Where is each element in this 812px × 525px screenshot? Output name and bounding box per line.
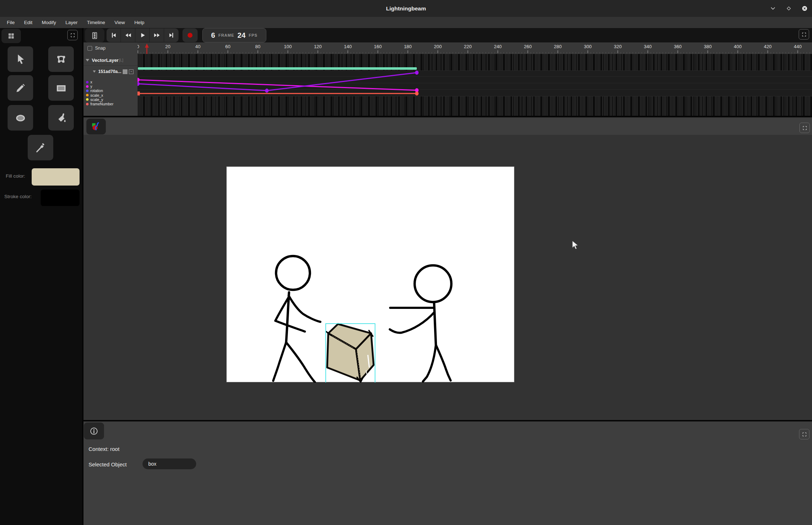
timeline-expand-button[interactable] bbox=[799, 29, 809, 40]
rewind-button[interactable] bbox=[121, 28, 135, 42]
minimize-button[interactable] bbox=[768, 4, 777, 13]
property-color-dot bbox=[86, 90, 89, 92]
property-label: y bbox=[90, 84, 92, 88]
frame-fps-display[interactable]: 6 FRAME 24 FPS bbox=[202, 28, 266, 42]
property-row-scale_y[interactable]: scale_y bbox=[84, 97, 137, 102]
menu-file[interactable]: File bbox=[2, 17, 19, 28]
mouse-cursor-icon bbox=[571, 240, 580, 250]
svg-text:160: 160 bbox=[374, 44, 382, 49]
inspector-panel: Context: root Selected Object bbox=[84, 421, 812, 525]
tools-tab-button[interactable] bbox=[1, 29, 21, 43]
object-curve-toggle-button[interactable]: ~ bbox=[129, 69, 134, 74]
property-color-dot bbox=[86, 98, 89, 101]
keyframe-x bbox=[265, 88, 269, 93]
tool-select-button[interactable] bbox=[8, 46, 33, 72]
tool-pencil-button[interactable] bbox=[8, 75, 33, 101]
tools-expand-button[interactable] bbox=[67, 30, 78, 40]
tool-panel: Fill color: Stroke color: bbox=[0, 28, 82, 525]
canvas-tab-button[interactable] bbox=[86, 119, 106, 134]
keyframe-curves[interactable] bbox=[137, 54, 812, 116]
property-label: rotation bbox=[90, 88, 103, 93]
app-window: Lightningbeam FileEditModifyLayerTimelin… bbox=[0, 0, 812, 525]
snap-checkbox[interactable] bbox=[87, 46, 92, 51]
canvas-panel bbox=[84, 117, 812, 420]
svg-text:200: 200 bbox=[434, 44, 442, 49]
menu-modify[interactable]: Modify bbox=[37, 17, 61, 28]
stroke-color-label: Stroke color: bbox=[4, 194, 32, 199]
canvas-expand-button[interactable] bbox=[799, 123, 810, 133]
menu-help[interactable]: Help bbox=[130, 17, 149, 28]
maximize-button[interactable] bbox=[784, 4, 793, 13]
frame-unit-label: FRAME bbox=[218, 33, 234, 37]
fps-unit-label: FPS bbox=[249, 33, 257, 37]
keyframe-x bbox=[137, 82, 140, 86]
property-label: frameNumber bbox=[90, 102, 113, 106]
transport-controls bbox=[107, 28, 179, 42]
skip-to-start-button[interactable] bbox=[107, 28, 121, 42]
timeline-ruler[interactable]: 0204060801001201401601802002202402602803… bbox=[137, 42, 812, 54]
property-row-rotation[interactable]: rotation bbox=[84, 88, 137, 93]
menu-view[interactable]: View bbox=[110, 17, 130, 28]
object-name: 151ad70a... bbox=[98, 69, 121, 74]
inspector-expand-button[interactable] bbox=[799, 429, 809, 439]
svg-text:300: 300 bbox=[584, 44, 592, 49]
svg-text:380: 380 bbox=[704, 44, 712, 49]
property-row-scale_x[interactable]: scale_x bbox=[84, 93, 137, 97]
record-button[interactable] bbox=[182, 28, 198, 42]
snap-row: Snap bbox=[84, 42, 137, 54]
svg-text:280: 280 bbox=[554, 44, 562, 49]
object-fill-toggle-button[interactable] bbox=[123, 69, 127, 74]
fill-color-swatch[interactable] bbox=[32, 168, 80, 186]
svg-text:40: 40 bbox=[195, 44, 200, 49]
stroke-color-swatch[interactable] bbox=[41, 190, 80, 206]
svg-text:100: 100 bbox=[284, 44, 292, 49]
skip-to-end-button[interactable] bbox=[164, 28, 179, 42]
stick-figure-left bbox=[273, 256, 320, 382]
property-list: xyrotationscale_xscale_yframeNumber bbox=[84, 80, 137, 106]
svg-text:260: 260 bbox=[524, 44, 532, 49]
property-label: x bbox=[90, 80, 92, 84]
layer-name-suffix: [L] bbox=[119, 58, 123, 62]
svg-text:340: 340 bbox=[644, 44, 652, 49]
fast-forward-button[interactable] bbox=[150, 28, 164, 42]
svg-text:220: 220 bbox=[464, 44, 472, 49]
property-color-dot bbox=[86, 103, 89, 105]
window-title: Lightningbeam bbox=[386, 5, 426, 12]
layer-collapse-icon[interactable] bbox=[86, 59, 89, 61]
selected-object-label: Selected Object bbox=[89, 461, 127, 467]
svg-text:420: 420 bbox=[764, 44, 772, 49]
svg-text:0: 0 bbox=[137, 44, 139, 49]
svg-text:400: 400 bbox=[734, 44, 742, 49]
window-controls bbox=[768, 0, 809, 17]
selected-object-input[interactable] bbox=[143, 458, 196, 469]
tool-paint-bucket-button[interactable] bbox=[48, 105, 74, 131]
keyframe-y bbox=[137, 78, 140, 82]
menu-edit[interactable]: Edit bbox=[19, 17, 37, 28]
tool-transform-button[interactable] bbox=[48, 46, 74, 72]
property-row-frameNumber[interactable]: frameNumber bbox=[84, 102, 137, 106]
tool-rectangle-button[interactable] bbox=[48, 75, 74, 101]
property-label: scale_x bbox=[90, 93, 103, 97]
play-button[interactable] bbox=[135, 28, 150, 42]
timeline-track[interactable] bbox=[137, 54, 812, 116]
fps-number: 24 bbox=[238, 31, 245, 40]
tool-ellipse-button[interactable] bbox=[8, 105, 33, 131]
property-row-y[interactable]: y bbox=[84, 84, 137, 88]
stage[interactable] bbox=[226, 166, 514, 382]
svg-text:20: 20 bbox=[165, 44, 170, 49]
property-row-x[interactable]: x bbox=[84, 80, 137, 84]
tool-eyedropper-button[interactable] bbox=[28, 135, 53, 160]
property-label: scale_y bbox=[90, 97, 103, 102]
layer-row-vectorlayer[interactable]: VectorLayer [L] bbox=[84, 55, 137, 66]
info-tab-button[interactable] bbox=[84, 423, 104, 439]
menu-bar: FileEditModifyLayerTimelineViewHelp bbox=[0, 17, 812, 28]
menu-timeline[interactable]: Timeline bbox=[82, 17, 110, 28]
timeline-tab-button[interactable] bbox=[85, 28, 104, 42]
close-button[interactable] bbox=[800, 4, 809, 13]
menu-layer[interactable]: Layer bbox=[61, 17, 82, 28]
object-row[interactable]: 151ad70a... ~ bbox=[84, 67, 137, 76]
svg-text:180: 180 bbox=[404, 44, 412, 49]
timeline-left-column: Snap VectorLayer [L] 151ad70a... ~ xyrot… bbox=[84, 42, 137, 116]
object-collapse-icon[interactable] bbox=[93, 70, 96, 73]
box-object[interactable] bbox=[326, 324, 374, 382]
